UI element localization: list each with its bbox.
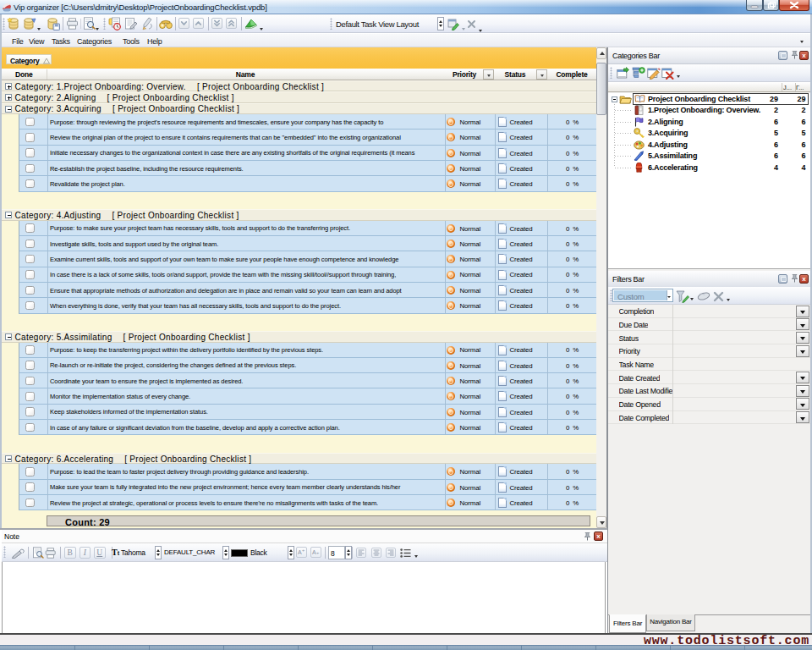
- svg-text:A₊: A₊: [312, 549, 320, 555]
- svg-text:A⁺: A⁺: [298, 549, 305, 555]
